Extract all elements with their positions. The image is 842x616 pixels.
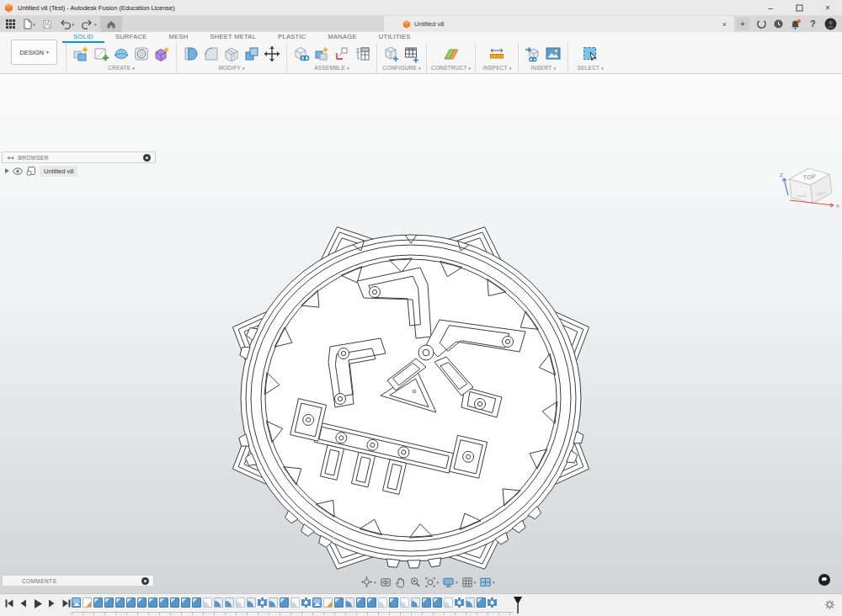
redo-button[interactable]: ▾ — [77, 16, 100, 32]
combine-button[interactable] — [242, 44, 262, 64]
timeline-play-button[interactable] — [32, 597, 43, 609]
document-tab-close[interactable]: × — [720, 20, 729, 29]
group-construct-label[interactable]: CONSTRUCT — [431, 65, 467, 71]
fillet-button[interactable] — [201, 44, 221, 64]
timeline-feature-extrude[interactable] — [93, 597, 103, 608]
configuration-table-button[interactable] — [402, 44, 422, 64]
measure-button[interactable] — [487, 44, 507, 64]
joint-button[interactable] — [312, 44, 332, 64]
timeline-playhead[interactable] — [512, 596, 524, 616]
timeline-go-to-end-button[interactable] — [61, 597, 72, 609]
timeline-ruler[interactable] — [72, 612, 513, 615]
close-button[interactable]: × — [813, 0, 842, 16]
create-form-button[interactable] — [111, 44, 131, 64]
tab-utilities[interactable]: UTILITIES — [368, 32, 422, 43]
timeline-feature-extrude[interactable] — [170, 597, 179, 608]
press-pull-button[interactable] — [181, 44, 201, 64]
save-button[interactable] — [39, 16, 56, 32]
timeline-feature-extrude[interactable] — [137, 597, 147, 608]
timeline-feature-extrude[interactable] — [126, 597, 136, 608]
timeline-feature-pattern[interactable] — [301, 597, 311, 608]
tab-plastic[interactable]: PLASTIC — [267, 32, 317, 43]
view-cube[interactable]: TOP FRONT RIGHT Z X — [776, 155, 842, 215]
zoom-tool[interactable] — [409, 576, 421, 588]
timeline-feature-sketch[interactable] — [323, 597, 333, 608]
insert-canvas-button[interactable] — [543, 44, 563, 64]
timeline-feature-extrude[interactable] — [280, 597, 289, 608]
timeline-feature-fillet[interactable] — [411, 597, 420, 608]
group-modify-label[interactable]: MODIFY — [218, 65, 240, 71]
insert-derive-button[interactable] — [523, 44, 543, 64]
timeline-feature-pattern[interactable] — [455, 597, 464, 608]
group-select-label[interactable]: SELECT — [578, 65, 600, 71]
timeline-feature-extrude[interactable] — [356, 597, 365, 608]
group-configure-label[interactable]: CONFIGURE — [382, 65, 417, 71]
timeline-feature-extrude[interactable] — [422, 597, 431, 608]
display-settings-tool[interactable]: ▾ — [442, 576, 458, 588]
timeline-feature-canvas[interactable] — [312, 597, 322, 608]
timeline-step-forward-button[interactable] — [46, 597, 57, 609]
undo-button[interactable]: ▾ — [56, 16, 78, 32]
timeline-feature-fillet[interactable] — [225, 597, 234, 608]
timeline-feature-pattern[interactable] — [258, 597, 267, 608]
group-create-label[interactable]: CREATE — [108, 65, 131, 71]
assistant-bubble[interactable] — [818, 574, 830, 586]
timeline-feature-fillet-light[interactable] — [378, 597, 387, 608]
browser-root-label[interactable]: Untitled v8 — [40, 166, 77, 177]
fit-tool[interactable]: ▾ — [424, 576, 440, 588]
group-assemble-label[interactable]: ASSEMBLE — [314, 65, 345, 71]
configuration-button[interactable] — [381, 44, 402, 64]
browser-options-icon[interactable] — [143, 154, 151, 162]
3d-canvas[interactable]: TOP FRONT RIGHT Z X ◀◀ BROWSER Untitled … — [0, 74, 842, 593]
browser-collapse-icon[interactable]: ◀◀ — [7, 155, 14, 160]
component-table-button[interactable] — [352, 44, 372, 64]
new-tab-button[interactable]: + — [736, 18, 749, 30]
tab-surface[interactable]: SURFACE — [104, 32, 158, 43]
home-view-button[interactable] — [100, 16, 122, 32]
workspace-selector[interactable]: DESIGN▾ — [11, 40, 57, 65]
expand-arrow-icon[interactable] — [5, 168, 9, 173]
construct-plane-button[interactable] — [441, 44, 461, 64]
file-menu-button[interactable]: ▾ — [19, 16, 39, 32]
user-avatar[interactable] — [824, 18, 837, 30]
timeline-feature-fillet-light[interactable] — [400, 597, 409, 608]
timeline-feature-sketch[interactable] — [83, 597, 92, 608]
group-insert-label[interactable]: INSERT — [531, 65, 552, 71]
browser-panel-header[interactable]: ◀◀ BROWSER — [2, 151, 156, 163]
timeline-feature-extrude[interactable] — [159, 597, 168, 608]
tab-manage[interactable]: MANAGE — [317, 32, 368, 43]
timeline-feature-extrude[interactable] — [433, 597, 442, 608]
timeline-feature-fillet-light[interactable] — [290, 597, 300, 608]
assemble-new-component-button[interactable] — [291, 44, 312, 64]
tab-sheet-metal[interactable]: SHEET METAL — [199, 32, 267, 43]
timeline-feature-pattern[interactable] — [488, 597, 497, 608]
timeline-feature-extrude[interactable] — [181, 597, 190, 608]
new-component-button[interactable] — [71, 44, 91, 64]
timeline-feature-extrude[interactable] — [367, 597, 376, 608]
viewports-tool[interactable]: ▾ — [479, 576, 495, 588]
extensions-icon[interactable] — [756, 19, 767, 29]
document-tab[interactable]: Untitled v8 × — [384, 16, 734, 32]
timeline-feature-fillet[interactable] — [466, 597, 475, 608]
timeline-feature-extrude[interactable] — [104, 597, 114, 608]
create-sketch-button[interactable] — [91, 44, 111, 64]
timeline-feature-extrude[interactable] — [148, 597, 157, 608]
timeline-feature-fillet[interactable] — [269, 597, 278, 608]
orbit-tool[interactable]: ▾ — [360, 576, 376, 588]
grid-layout-tool[interactable]: ▾ — [461, 576, 477, 588]
timeline-step-back-button[interactable] — [18, 597, 29, 609]
timeline-feature-fillet-light[interactable] — [444, 597, 453, 608]
help-icon[interactable]: ? — [807, 19, 818, 29]
visibility-eye-icon[interactable] — [13, 167, 23, 175]
minimize-button[interactable]: – — [756, 0, 785, 16]
move-copy-button[interactable] — [262, 44, 282, 64]
timeline-feature-extrude[interactable] — [115, 597, 125, 608]
create-base-feature-button[interactable] — [152, 44, 172, 64]
job-status-clock-icon[interactable] — [773, 19, 784, 29]
timeline-feature-canvas[interactable] — [72, 597, 81, 608]
group-inspect-label[interactable]: INSPECT — [482, 65, 508, 71]
timeline-feature-fillet[interactable] — [247, 597, 256, 608]
hole-button[interactable] — [131, 44, 152, 64]
timeline-feature-fillet-light[interactable] — [236, 597, 245, 608]
wireframe-model[interactable] — [216, 212, 606, 579]
